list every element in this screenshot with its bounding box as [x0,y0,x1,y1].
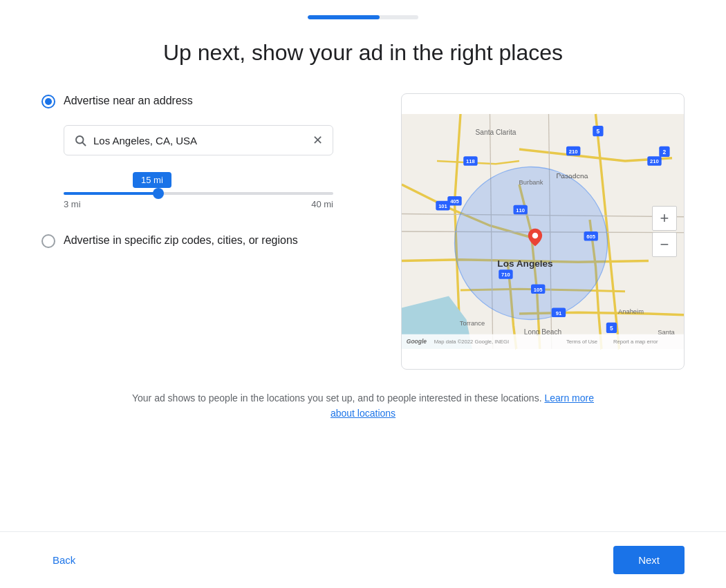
slider-min-label: 3 mi [64,199,81,209]
svg-text:110: 110 [516,207,525,214]
svg-text:5: 5 [610,325,613,332]
svg-text:Burbank: Burbank [519,179,543,186]
map-controls: + − [652,206,677,257]
svg-line-1 [82,143,85,146]
svg-text:Santa Clarita: Santa Clarita [476,129,516,136]
svg-text:Map data ©2022 Google, INEGI: Map data ©2022 Google, INEGI [434,339,509,345]
svg-text:101: 101 [438,203,447,209]
address-input-value[interactable]: Los Angeles, CA, USA [93,135,306,146]
svg-text:105: 105 [534,287,543,293]
info-text-section: Your ad shows to people in the locations… [121,390,605,421]
slider-max-label: 40 mi [311,199,333,209]
slider-thumb[interactable] [153,188,164,199]
svg-text:Report a map error: Report a map error [613,339,658,345]
svg-text:118: 118 [466,158,475,164]
svg-point-8 [532,233,539,239]
slider-fill [64,192,158,195]
svg-point-7 [455,167,608,320]
zoom-in-button[interactable]: + [652,206,677,231]
radio-near-address[interactable] [41,95,55,108]
footer: Back Next [0,532,726,588]
address-search-box[interactable]: Los Angeles, CA, USA ✕ [64,125,333,155]
svg-text:710: 710 [501,272,510,278]
svg-text:Los Angeles: Los Angeles [497,258,552,269]
slider-labels: 3 mi 40 mi [64,199,333,209]
map-panel: Santa Clarita Burbank Pasadena Los Angel… [401,93,685,370]
back-button[interactable]: Back [41,547,86,573]
option-specific-locations-label: Advertise in specific zip codes, cities,… [64,233,298,248]
map-svg: Santa Clarita Burbank Pasadena Los Angel… [402,94,684,369]
svg-text:Terms of Use: Terms of Use [566,339,597,345]
option-near-address[interactable]: Advertise near an address [41,93,373,108]
radio-specific-locations[interactable] [41,234,55,248]
svg-text:405: 405 [450,198,459,205]
svg-text:5: 5 [597,128,600,135]
search-icon [74,134,86,146]
svg-text:Pasadena: Pasadena [557,173,588,180]
info-text: Your ad shows to people in the locations… [132,392,542,404]
svg-text:Google: Google [407,338,427,345]
svg-text:210: 210 [650,158,659,164]
option-near-address-label: Advertise near an address [64,93,193,108]
option-specific-locations[interactable]: Advertise in specific zip codes, cities,… [41,233,373,248]
svg-text:210: 210 [569,149,578,155]
svg-text:2: 2 [663,149,667,155]
radius-slider-container: 15 mi 3 mi 40 mi [64,172,333,209]
svg-text:91: 91 [556,310,562,316]
svg-text:Torrance: Torrance [460,320,485,327]
next-button[interactable]: Next [613,546,685,574]
svg-text:605: 605 [586,234,595,240]
slider-track[interactable] [64,192,333,195]
slider-bubble: 15 mi [133,172,171,188]
zoom-out-button[interactable]: − [652,232,677,257]
clear-icon[interactable]: ✕ [313,133,323,148]
map-container[interactable]: Santa Clarita Burbank Pasadena Los Angel… [401,93,685,370]
svg-text:Anaheim: Anaheim [618,308,644,315]
page-title: Up next, show your ad in the right place… [163,40,563,66]
